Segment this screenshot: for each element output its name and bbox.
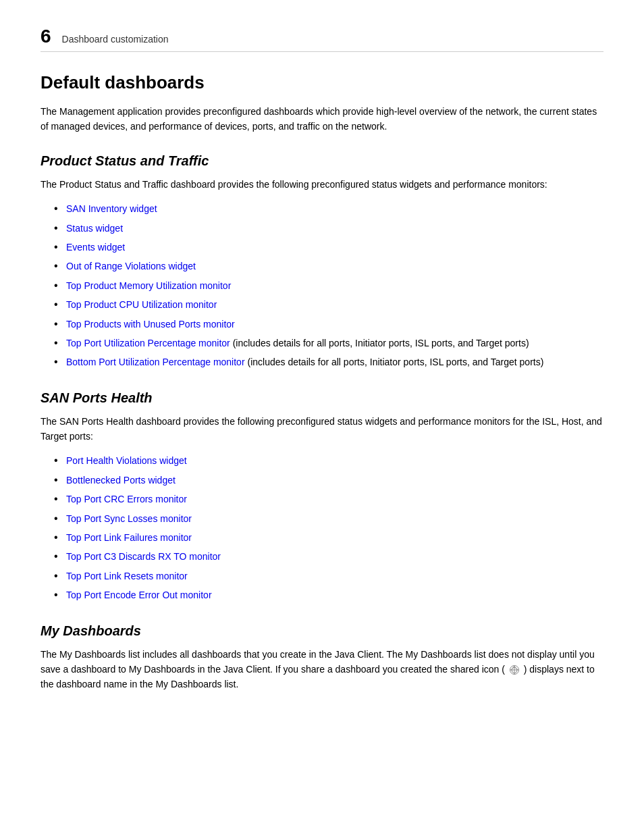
top-cpu-link[interactable]: Top Product CPU Utilization monitor <box>66 299 217 310</box>
list-item: Top Port CRC Errors monitor <box>54 492 603 506</box>
content-area: Default dashboards The Management applic… <box>41 72 603 692</box>
top-unused-ports-link[interactable]: Top Products with Unused Ports monitor <box>66 319 235 330</box>
section-desc-san-ports: The SAN Ports Health dashboard provides … <box>41 414 603 444</box>
intro-text: The Management application provides prec… <box>41 104 603 134</box>
list-item: Bottom Port Utilization Percentage monit… <box>54 355 603 369</box>
shared-icon <box>509 664 520 675</box>
list-item: Top Product Memory Utilization monitor <box>54 278 603 293</box>
list-item: Port Health Violations widget <box>54 453 603 468</box>
list-item: Out of Range Violations widget <box>54 259 603 273</box>
top-memory-link[interactable]: Top Product Memory Utilization monitor <box>66 280 231 291</box>
list-item: Events widget <box>54 240 603 255</box>
san-ports-list: Port Health Violations widget Bottleneck… <box>54 453 603 602</box>
list-item: Top Product CPU Utilization monitor <box>54 297 603 312</box>
list-item: Status widget <box>54 221 603 236</box>
list-item: Top Port C3 Discards RX TO monitor <box>54 549 603 564</box>
bottlenecked-ports-link[interactable]: Bottlenecked Ports widget <box>66 475 176 486</box>
page-container: 6 Dashboard customization Default dashbo… <box>0 0 644 742</box>
top-link-resets-link[interactable]: Top Port Link Resets monitor <box>66 571 188 581</box>
chapter-title: Dashboard customization <box>62 27 169 45</box>
list-item: Bottlenecked Ports widget <box>54 473 603 488</box>
product-status-list: SAN Inventory widget Status widget Event… <box>54 201 603 370</box>
list-item: Top Port Link Resets monitor <box>54 569 603 583</box>
main-title: Default dashboards <box>41 72 603 93</box>
list-item: SAN Inventory widget <box>54 201 603 216</box>
top-port-util-suffix: (includes details for all ports, Initiat… <box>230 338 529 348</box>
section-desc-my-dashboards: The My Dashboards list includes all dash… <box>41 647 603 692</box>
san-inventory-link[interactable]: SAN Inventory widget <box>66 203 157 214</box>
top-port-util-link[interactable]: Top Port Utilization Percentage monitor <box>66 338 230 348</box>
list-item: Top Products with Unused Ports monitor <box>54 317 603 332</box>
port-link-failures-link[interactable]: Top Port Link Failures monitor <box>66 532 192 543</box>
top-c3-discards-link[interactable]: Top Port C3 Discards RX TO monitor <box>66 551 221 562</box>
port-health-link[interactable]: Port Health Violations widget <box>66 455 187 466</box>
section-title-my-dashboards: My Dashboards <box>41 623 603 639</box>
chapter-number: 6 <box>41 27 51 46</box>
list-item: Top Port Link Failures monitor <box>54 530 603 545</box>
events-widget-link[interactable]: Events widget <box>66 242 125 253</box>
out-of-range-link[interactable]: Out of Range Violations widget <box>66 261 196 271</box>
section-title-san-ports: SAN Ports Health <box>41 390 603 406</box>
list-item: Top Port Utilization Percentage monitor … <box>54 336 603 350</box>
top-sync-losses-link[interactable]: Top Port Sync Losses monitor <box>66 513 192 524</box>
section-desc-product-status: The Product Status and Traffic dashboard… <box>41 177 603 192</box>
list-item: Top Port Encode Error Out monitor <box>54 588 603 602</box>
section-title-product-status: Product Status and Traffic <box>41 153 603 169</box>
top-encode-error-link[interactable]: Top Port Encode Error Out monitor <box>66 590 212 600</box>
bottom-port-util-link[interactable]: Bottom Port Utilization Percentage monit… <box>66 357 245 367</box>
page-header: 6 Dashboard customization <box>41 27 603 52</box>
list-item: Top Port Sync Losses monitor <box>54 511 603 526</box>
status-widget-link[interactable]: Status widget <box>66 223 123 234</box>
top-crc-errors-link[interactable]: Top Port CRC Errors monitor <box>66 494 187 504</box>
bottom-port-util-suffix: (includes details for all ports, Initiat… <box>245 357 544 367</box>
